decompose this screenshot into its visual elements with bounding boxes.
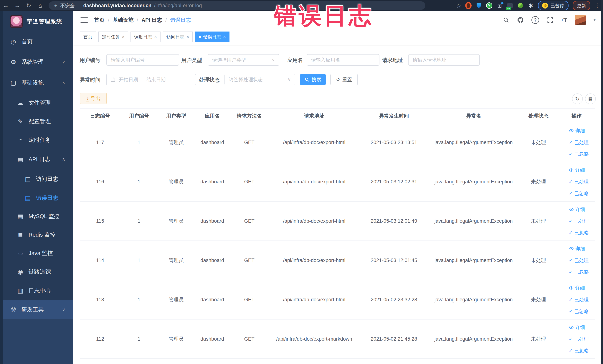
sidebar-item-label: Redis 监控 xyxy=(29,231,55,239)
back-icon[interactable]: ← xyxy=(0,2,12,9)
row-action-processed[interactable]: ✓已处理 xyxy=(569,139,589,146)
close-icon[interactable] xyxy=(154,34,157,39)
home-icon[interactable]: ⌂ xyxy=(35,2,46,9)
row-action-processed[interactable]: ✓已处理 xyxy=(569,336,589,342)
row-action-ignored[interactable]: ✓已忽略 xyxy=(569,230,589,236)
font-size-icon[interactable]: TT xyxy=(561,16,567,24)
request-url-input[interactable] xyxy=(408,55,479,65)
close-icon[interactable] xyxy=(223,34,226,39)
sidebar-item-access-log[interactable]: ▤ 访问日志 xyxy=(3,170,73,188)
github-icon[interactable] xyxy=(517,17,524,23)
extension-shield-icon[interactable] xyxy=(476,2,482,9)
row-action-processed[interactable]: ✓已处理 xyxy=(569,296,589,303)
breadcrumb-infrastructure[interactable]: 基础设施 xyxy=(113,16,133,23)
fullscreen-icon[interactable] xyxy=(547,17,553,23)
breadcrumb-home[interactable]: 首页 xyxy=(94,16,104,23)
app-name-input[interactable] xyxy=(307,55,379,65)
update-button[interactable]: 更新 xyxy=(573,1,590,10)
extension-on-badge-icon[interactable]: on xyxy=(507,2,513,9)
export-button[interactable]: ↓ 导出 xyxy=(80,93,107,104)
refresh-table-button[interactable]: ↻ xyxy=(572,94,583,104)
sidebar-item-config-management[interactable]: ✎ 配置管理 xyxy=(3,112,73,130)
sidebar-item-infrastructure[interactable]: ▢ 基础设施 ∧ xyxy=(3,73,73,92)
sidebar-item-redis-monitor[interactable]: ≣ Redis 监控 xyxy=(3,225,73,244)
row-action-ignored[interactable]: ✓已忽略 xyxy=(569,348,589,354)
row-actions: 详细✓已处理✓已忽略 xyxy=(558,285,595,315)
close-icon[interactable] xyxy=(122,34,125,39)
table-row[interactable]: 115 1 管理员 dashboard GET /api/infra/db-do… xyxy=(80,201,595,241)
row-action-detail[interactable]: 详细 xyxy=(569,128,585,134)
request-url-field[interactable] xyxy=(408,54,480,66)
extension-grid-icon[interactable]: ⊞ xyxy=(496,2,503,9)
close-icon[interactable] xyxy=(186,34,189,39)
breadcrumb-api-log[interactable]: API 日志 xyxy=(142,16,162,23)
reload-icon[interactable]: ↻ xyxy=(23,2,35,9)
reset-button[interactable]: ↺ 重置 xyxy=(330,74,358,85)
row-actions: 详细✓已处理✓已忽略 xyxy=(558,167,595,197)
row-action-detail[interactable]: 详细 xyxy=(569,324,585,331)
table-row[interactable]: 113 1 管理员 dashboard GET /api/infra/db-do… xyxy=(80,280,595,319)
row-action-detail[interactable]: 详细 xyxy=(569,167,585,173)
check-icon: ✓ xyxy=(569,336,573,342)
cell-user-id: 1 xyxy=(120,218,158,224)
app-name-field[interactable] xyxy=(307,54,380,66)
sidebar-scrollbar[interactable] xyxy=(0,11,3,364)
process-status-select[interactable]: 请选择处理状态 ∨ xyxy=(224,74,295,85)
table-row[interactable]: 114 1 管理员 dashboard GET /api/infra/db-do… xyxy=(80,241,595,280)
row-action-ignored[interactable]: ✓已忽略 xyxy=(569,151,589,157)
exception-time-range-picker[interactable]: 开始日期 - 结束日期 xyxy=(106,74,196,85)
extension-orange-icon[interactable] xyxy=(465,2,472,9)
user-type-select[interactable]: 请选择用户类型 ∨ xyxy=(208,54,279,66)
extension-green-v-icon[interactable]: V xyxy=(486,2,492,9)
app-logo-row[interactable]: 芋道管理系统 xyxy=(10,15,62,28)
browser-menu-icon[interactable]: ⋮ xyxy=(594,2,600,9)
row-action-detail[interactable]: 详细 xyxy=(569,246,585,252)
row-action-processed[interactable]: ✓已处理 xyxy=(569,257,589,264)
row-action-ignored[interactable]: ✓已忽略 xyxy=(569,269,589,275)
column-settings-button[interactable]: ▦ xyxy=(585,94,596,104)
sidebar-item-scheduled-jobs[interactable]: ◔ 定时任务 xyxy=(3,131,73,149)
sidebar-item-system-management[interactable]: ⚙ 系统管理 ∨ xyxy=(3,53,73,71)
sidebar-item-error-log[interactable]: ▤ 错误日志 xyxy=(3,188,73,207)
sidebar-item-java-monitor[interactable]: ☕ Java 监控 xyxy=(3,244,73,262)
search-icon[interactable] xyxy=(503,17,509,23)
security-warning-icon[interactable]: ⚠ xyxy=(53,3,58,9)
user-menu-caret-icon[interactable]: ▾ xyxy=(593,18,596,23)
sidebar-item-home[interactable]: ◷ 首页 xyxy=(3,32,73,51)
chevron-down-icon: ∨ xyxy=(62,59,65,65)
sidebar-item-tracing[interactable]: ◉ 链路追踪 xyxy=(3,262,73,281)
tab-schedule-log[interactable]: 调度日志 xyxy=(130,32,161,42)
tab-error-log[interactable]: 错误日志 xyxy=(195,32,230,42)
table-row[interactable]: 112 1 管理员 dashboard GET /api/infra/db-do… xyxy=(80,319,595,359)
avatar[interactable] xyxy=(575,15,586,25)
row-action-ignored[interactable]: ✓已忽略 xyxy=(569,308,589,315)
table-row[interactable]: 117 1 管理员 dashboard GET /api/infra/db-do… xyxy=(80,123,595,162)
tab-scheduled-jobs[interactable]: 定时任务 xyxy=(98,32,128,42)
sidebar-item-log-center[interactable]: ▥ 日志中心 xyxy=(3,281,73,300)
bookmark-star-icon[interactable]: ☆ xyxy=(456,2,461,9)
row-action-ignored[interactable]: ✓已忽略 xyxy=(569,190,589,197)
sidebar-item-dev-tools[interactable]: ⚒ 研发工具 ∨ xyxy=(0,300,73,319)
document-icon: ▥ xyxy=(16,287,24,294)
help-icon[interactable]: ? xyxy=(532,16,539,24)
user-id-input[interactable] xyxy=(107,55,179,65)
row-action-processed[interactable]: ✓已处理 xyxy=(569,218,589,224)
paused-pill[interactable]: ☺ 已暂停 xyxy=(538,1,568,10)
forward-icon[interactable]: → xyxy=(12,2,23,9)
table-row[interactable]: 116 1 管理员 dashboard GET /api/infra/db-do… xyxy=(80,162,595,201)
extension-sprout-icon[interactable] xyxy=(517,2,523,9)
user-id-label: 用户编号 xyxy=(80,54,101,66)
tab-access-log[interactable]: 访问日志 xyxy=(163,32,193,42)
sidebar-toggle-icon[interactable] xyxy=(81,17,88,23)
tab-home[interactable]: 首页 xyxy=(80,32,96,42)
row-action-detail[interactable]: 详细 xyxy=(569,206,585,213)
extensions-puzzle-icon[interactable]: ✱ xyxy=(528,2,534,9)
sidebar-item-file-management[interactable]: ☁ 文件管理 xyxy=(3,94,73,112)
row-action-processed[interactable]: ✓已处理 xyxy=(569,178,589,185)
sidebar-item-mysql-monitor[interactable]: ▦ MySQL 监控 xyxy=(3,207,73,225)
search-button[interactable]: 搜索 xyxy=(300,74,326,85)
row-action-detail[interactable]: 详细 xyxy=(569,285,585,291)
cell-method: GET xyxy=(230,218,269,224)
user-id-field[interactable] xyxy=(106,54,179,66)
sidebar-item-api-log[interactable]: ▤ API 日志 ∧ xyxy=(3,150,73,169)
